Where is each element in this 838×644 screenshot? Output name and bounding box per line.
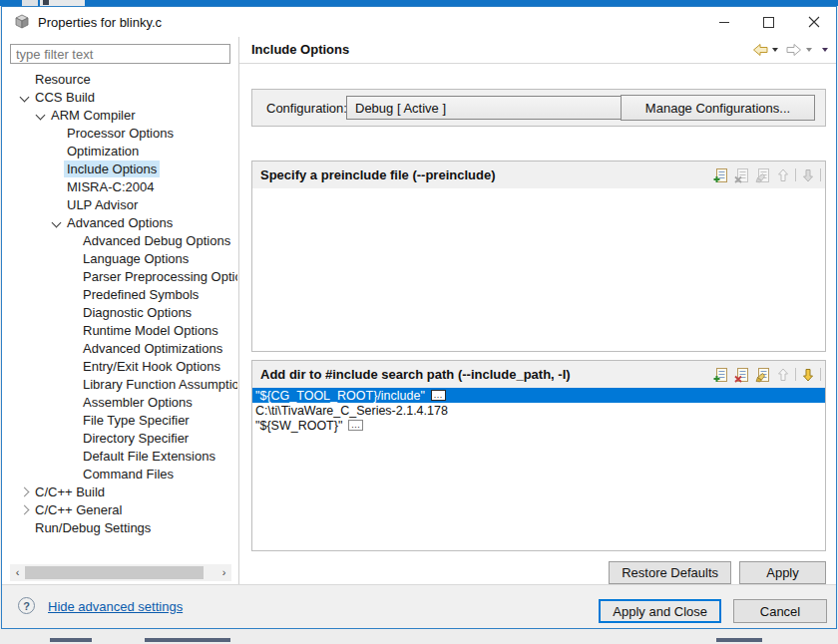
- filter-input[interactable]: [10, 44, 230, 64]
- tree-item-advanced-options[interactable]: Advanced Options: [2, 213, 237, 231]
- include-path-text: "${SW_ROOT}": [255, 419, 342, 433]
- dialog-body: ResourceCCS BuildARM CompilerProcessor O…: [2, 37, 836, 585]
- cancel-button[interactable]: Cancel: [733, 599, 827, 623]
- scroll-left-icon[interactable]: ‹: [10, 564, 25, 581]
- maximize-button[interactable]: [746, 7, 791, 37]
- move-up-icon: [774, 366, 792, 384]
- collapse-icon[interactable]: [35, 110, 45, 120]
- tree-item-advanced-optimizations[interactable]: Advanced Optimizations: [2, 339, 237, 357]
- tree-item-label: Optimization: [64, 143, 142, 160]
- tree-item-processor-options[interactable]: Processor Options: [2, 124, 237, 142]
- tree-item-library-function-assumptio[interactable]: Library Function Assumptio: [2, 375, 237, 393]
- include-path-text: C:\ti\TivaWare_C_Series-2.1.4.178: [255, 404, 448, 418]
- back-dropdown-icon[interactable]: [772, 48, 778, 52]
- maximize-icon: [763, 17, 774, 28]
- page-title: Include Options: [251, 42, 349, 57]
- tree-item-label: Assembler Options: [80, 394, 196, 411]
- properties-dialog: Properties for blinky.c ResourceCCS Buil…: [1, 6, 837, 629]
- toolbar-separator: [795, 168, 796, 181]
- tree-item-parser-preprocessing-optior[interactable]: Parser Preprocessing Optior: [2, 267, 237, 285]
- forward-icon[interactable]: [786, 42, 802, 58]
- tree-item-default-file-extensions[interactable]: Default File Extensions: [2, 447, 237, 465]
- tree-item-file-type-specifier[interactable]: File Type Specifier: [2, 411, 237, 429]
- tree-item-arm-compiler[interactable]: ARM Compiler: [2, 106, 237, 124]
- tree-item-label: Directory Specifier: [80, 430, 192, 447]
- hide-advanced-settings-link[interactable]: Hide advanced settings: [48, 599, 183, 614]
- tree-item-language-options[interactable]: Language Options: [2, 249, 237, 267]
- edit-dir-icon[interactable]: [753, 366, 771, 384]
- expand-icon[interactable]: [19, 486, 29, 496]
- manage-configurations-button[interactable]: Manage Configurations...: [621, 95, 815, 121]
- close-button[interactable]: [791, 7, 836, 37]
- help-glyph: ?: [23, 600, 30, 612]
- apply-and-close-button[interactable]: Apply and Close: [599, 599, 721, 623]
- tree-item-ccs-build[interactable]: CCS Build: [2, 88, 237, 106]
- close-icon: [808, 16, 820, 28]
- apply-button[interactable]: Apply: [739, 561, 826, 584]
- footer-buttons: Apply and Close Cancel: [599, 599, 827, 623]
- tree-item-resource[interactable]: Resource: [2, 70, 237, 88]
- minimize-button[interactable]: [701, 7, 746, 37]
- tree-item-label: Runtime Model Options: [80, 322, 221, 339]
- collapse-icon[interactable]: [51, 217, 61, 227]
- tree-item-label: ULP Advisor: [64, 196, 141, 213]
- help-icon[interactable]: ?: [18, 597, 35, 614]
- background-window-bottom: [0, 629, 838, 644]
- back-icon[interactable]: [752, 42, 768, 58]
- ellipsis-button[interactable]: ...: [431, 390, 446, 401]
- dialog-footer: ? Hide advanced settings Apply and Close…: [2, 584, 836, 628]
- forward-dropdown-icon[interactable]: [806, 48, 812, 52]
- tree-item-misra-c-2004[interactable]: MISRA-C:2004: [2, 177, 237, 195]
- background-text-fragment: [145, 638, 230, 642]
- tree-item-label: Language Options: [80, 250, 192, 267]
- expand-icon[interactable]: [19, 504, 29, 514]
- horizontal-scrollbar[interactable]: ‹ ›: [10, 564, 231, 581]
- tree-item-c-c-general[interactable]: C/C++ General: [2, 500, 237, 518]
- add-file-icon[interactable]: [711, 166, 729, 184]
- preinclude-group-header: Specify a preinclude file (--preinclude): [252, 161, 825, 189]
- include-path-text: "${CG_TOOL_ROOT}/include": [255, 389, 425, 403]
- collapse-icon[interactable]: [19, 92, 29, 102]
- scrollbar-thumb[interactable]: [25, 566, 204, 579]
- include-path-item[interactable]: "${SW_ROOT}"...: [252, 418, 825, 433]
- window-controls: [701, 7, 836, 37]
- tree-item-ulp-advisor[interactable]: ULP Advisor: [2, 195, 237, 213]
- remove-file-icon: [732, 166, 750, 184]
- background-text-fragment: [50, 638, 92, 642]
- panel-header: Include Options: [239, 37, 836, 64]
- preinclude-list[interactable]: [252, 188, 825, 351]
- tree-item-label: Include Options: [64, 161, 160, 177]
- edit-file-icon: [753, 166, 771, 184]
- apply-row: Restore Defaults Apply: [609, 561, 826, 584]
- configuration-select[interactable]: Debug [ Active ]: [346, 96, 639, 120]
- restore-defaults-button[interactable]: Restore Defaults: [609, 561, 731, 584]
- include-path-item[interactable]: "${CG_TOOL_ROOT}/include"...: [252, 388, 825, 403]
- tree-item-optimization[interactable]: Optimization: [2, 142, 237, 160]
- toolbar-separator: [820, 368, 821, 381]
- add-dir-icon[interactable]: [711, 366, 729, 384]
- include-path-list[interactable]: "${CG_TOOL_ROOT}/include"...C:\ti\TivaWa…: [252, 388, 825, 550]
- toolbar-separator: [795, 368, 796, 381]
- move-down-icon[interactable]: [799, 366, 817, 384]
- tree-item-entry-exit-hook-options[interactable]: Entry/Exit Hook Options: [2, 357, 237, 375]
- tree-item-c-c-build[interactable]: C/C++ Build: [2, 483, 237, 500]
- remove-dir-icon[interactable]: [732, 366, 750, 384]
- tree-item-directory-specifier[interactable]: Directory Specifier: [2, 429, 237, 447]
- tree-item-predefined-symbols[interactable]: Predefined Symbols: [2, 285, 237, 303]
- move-down-icon: [799, 166, 817, 184]
- scroll-right-icon[interactable]: ›: [216, 564, 231, 581]
- tree-item-diagnostic-options[interactable]: Diagnostic Options: [2, 303, 237, 321]
- tree-item-include-options[interactable]: Include Options: [2, 160, 237, 177]
- tree-item-label: Advanced Options: [64, 214, 176, 231]
- include-path-item[interactable]: C:\ti\TivaWare_C_Series-2.1.4.178: [252, 403, 825, 418]
- tree-item-run-debug-settings[interactable]: Run/Debug Settings: [2, 518, 237, 536]
- tree-item-assembler-options[interactable]: Assembler Options: [2, 393, 237, 411]
- dialog-titlebar[interactable]: Properties for blinky.c: [2, 7, 836, 37]
- tree-item-runtime-model-options[interactable]: Runtime Model Options: [2, 321, 237, 339]
- tree-item-command-files[interactable]: Command Files: [2, 465, 237, 483]
- tree-item-label: Run/Debug Settings: [32, 519, 154, 536]
- tree-item-advanced-debug-options[interactable]: Advanced Debug Options: [2, 231, 237, 249]
- ellipsis-button[interactable]: ...: [348, 420, 363, 431]
- include-path-toolbar: [711, 366, 821, 384]
- view-menu-icon[interactable]: [822, 48, 828, 52]
